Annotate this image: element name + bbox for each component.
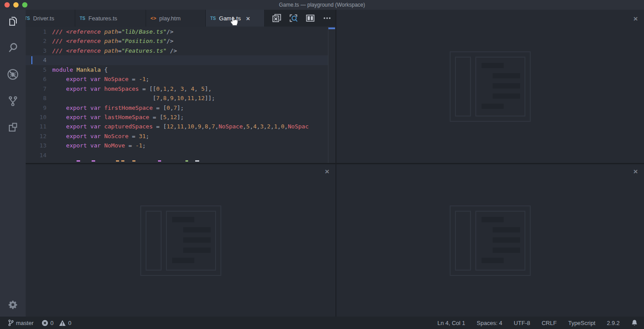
editor-group-bottom-left[interactable]: × <box>26 164 335 317</box>
empty-editor-watermark <box>450 205 531 276</box>
tab-label: Features.ts <box>89 15 117 22</box>
extensions-icon[interactable] <box>6 121 19 134</box>
status-item-spaces-4[interactable]: Spaces: 4 <box>477 320 502 326</box>
code-text: export var NoSpace = -1; <box>46 74 149 84</box>
line-number: 6 <box>26 74 46 84</box>
line-number: 3 <box>26 46 46 55</box>
overview-ruler <box>328 27 328 163</box>
status-item-ln-4-col-1[interactable]: Ln 4, Col 1 <box>437 320 465 326</box>
problems-status[interactable]: 0 0 <box>42 320 71 326</box>
notifications-bell-icon[interactable] <box>631 319 638 326</box>
line-number: 12 <box>26 132 46 141</box>
search-editor-icon[interactable] <box>288 12 299 24</box>
tab-bar: TSDriver.tsTSFeatures.ts<>play.htmTSGame… <box>26 10 335 27</box>
git-branch-icon <box>8 319 14 326</box>
line-number: 7 <box>26 84 46 93</box>
code-line[interactable]: 6 export var NoSpace = -1; <box>26 74 335 84</box>
search-icon[interactable] <box>6 41 19 54</box>
titlebar: Game.ts — playground (Workspace) <box>0 0 644 10</box>
code-line[interactable]: 7 export var homeSpaces = [[0,1,2, 3, 4,… <box>26 84 335 93</box>
status-item-typescript[interactable]: TypeScript <box>568 320 595 326</box>
line-number: 8 <box>26 93 46 103</box>
code-text: /// <reference path="Position.ts"/> <box>46 36 174 46</box>
empty-editor-watermark <box>140 205 221 276</box>
code-line[interactable]: 9 export var firstHomeSpace = [0,7]; <box>26 103 335 112</box>
code-line[interactable]: 12 export var NoScore = 31; <box>26 132 335 141</box>
status-item-utf-8[interactable]: UTF-8 <box>514 320 530 326</box>
more-actions-icon[interactable] <box>321 12 333 24</box>
tab-label: Game.ts <box>219 15 241 22</box>
code-line[interactable]: 11 export var capturedSpaces = [12,11,10… <box>26 122 335 131</box>
code-text: export var homeSpaces = [[0,1,2, 3, 4, 5… <box>46 84 212 93</box>
git-branch-status[interactable]: master <box>8 319 34 326</box>
source-control-icon[interactable] <box>6 94 19 108</box>
tab-features.ts[interactable]: TSFeatures.ts <box>75 10 146 27</box>
code-editor[interactable]: 1/// <reference path="lib/Base.ts"/>2///… <box>26 27 335 163</box>
code-line[interactable]: 2/// <reference path="Position.ts"/> <box>26 36 335 46</box>
editor-group-bottom-right[interactable]: × <box>336 164 644 317</box>
status-right-items: Ln 4, Col 1Spaces: 4UTF-8CRLFTypeScript2… <box>437 320 620 326</box>
line-number: 1 <box>26 27 46 36</box>
close-group-icon[interactable]: × <box>633 168 638 175</box>
status-bar: master 0 0 Ln 4, Col 1Spaces: 4UTF-8CRLF… <box>0 317 644 329</box>
text-cursor <box>31 56 32 64</box>
tab-bar-tabs: TSDriver.tsTSFeatures.ts<>play.htmTSGame… <box>26 10 265 27</box>
empty-editor-watermark <box>450 51 531 122</box>
vscode-window: Game.ts — playground (Workspace) <box>0 0 644 329</box>
line-number: 4 <box>26 55 46 65</box>
close-group-icon[interactable]: × <box>633 15 638 23</box>
warning-count: 0 <box>68 320 71 326</box>
tab-label: play.htm <box>159 15 181 22</box>
code-text: export var NoMove = -1; <box>46 141 146 150</box>
split-editor-icon[interactable] <box>305 12 316 24</box>
tab-play.htm[interactable]: <>play.htm <box>146 10 206 27</box>
debug-disabled-icon[interactable] <box>6 68 19 81</box>
line-number: 10 <box>26 112 46 122</box>
code-text: /// <reference path="Features.ts" /> <box>46 46 177 55</box>
error-count: 0 <box>50 320 54 326</box>
code-line[interactable]: 8 [7,8,9,10,11,12]]; <box>26 93 335 103</box>
close-tab-icon[interactable]: × <box>246 15 250 22</box>
activity-bar <box>0 10 26 317</box>
code-area: 1/// <reference path="lib/Base.ts"/>2///… <box>26 27 335 160</box>
settings-gear-icon[interactable] <box>6 298 19 311</box>
status-item-crlf[interactable]: CRLF <box>542 320 557 326</box>
ts-file-icon: TS <box>80 16 85 21</box>
html-file-icon: <> <box>150 15 156 21</box>
code-line[interactable]: 3/// <reference path="Features.ts" /> <box>26 46 335 55</box>
code-text: /// <reference path="lib/Base.ts"/> <box>46 27 174 36</box>
code-text <box>46 151 52 160</box>
code-line[interactable]: 5module Mankala { <box>26 65 335 74</box>
code-text: export var NoScore = 31; <box>46 132 149 141</box>
ts-file-icon: TS <box>26 16 30 21</box>
code-line[interactable]: 13 export var NoMove = -1; <box>26 141 335 150</box>
overview-ruler-cursor-marker <box>328 27 335 29</box>
editor-group-top-right[interactable]: × <box>336 10 644 163</box>
code-line[interactable]: 10 export var lastHomeSpace = [5,12]; <box>26 112 335 122</box>
close-all-editors-icon[interactable] <box>271 12 282 24</box>
line-number: 2 <box>26 36 46 46</box>
code-text: [7,8,9,10,11,12]]; <box>46 93 215 103</box>
code-text: export var capturedSpaces = [12,11,10,9,… <box>46 122 309 131</box>
line-number: 13 <box>26 141 46 150</box>
status-item-2.9.2[interactable]: 2.9.2 <box>607 320 620 326</box>
ts-file-icon: TS <box>210 16 216 21</box>
code-text: module Mankala { <box>46 65 108 74</box>
editor-actions <box>265 10 335 27</box>
line-number: 9 <box>26 103 46 112</box>
tab-label: Driver.ts <box>33 15 54 22</box>
close-group-icon[interactable]: × <box>325 168 329 175</box>
tab-game.ts[interactable]: TSGame.ts× <box>206 10 265 27</box>
code-line[interactable]: 4 <box>26 55 328 65</box>
branch-name: master <box>16 320 34 326</box>
code-line[interactable]: 14 <box>26 151 335 160</box>
line-number: 11 <box>26 122 46 131</box>
clipped-code-line <box>26 160 335 163</box>
line-number: 5 <box>26 65 46 74</box>
code-line[interactable]: 1/// <reference path="lib/Base.ts"/> <box>26 27 335 36</box>
window-title: Game.ts — playground (Workspace) <box>0 2 644 8</box>
code-text: export var lastHomeSpace = [5,12]; <box>46 112 184 122</box>
tab-driver.ts[interactable]: TSDriver.ts <box>26 10 75 27</box>
code-text: export var firstHomeSpace = [0,7]; <box>46 103 184 112</box>
explorer-icon[interactable] <box>6 15 19 28</box>
